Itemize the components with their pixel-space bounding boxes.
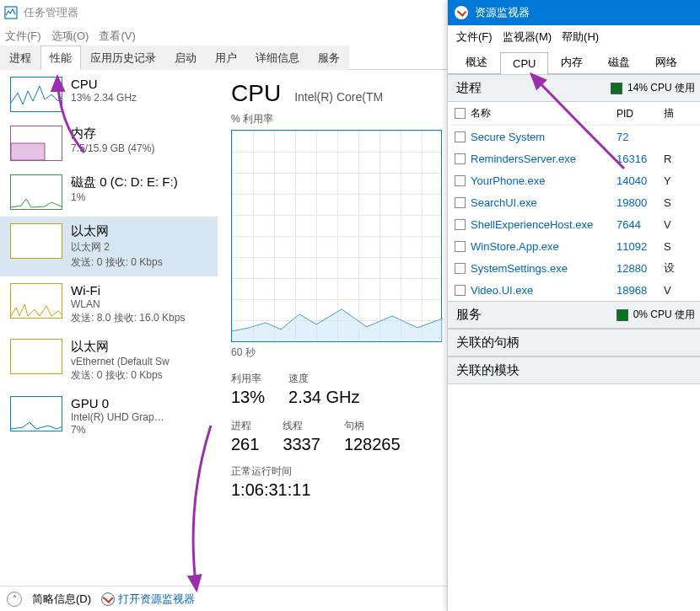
tm-sidebar-item-1[interactable]: 内存 7.5/15.9 GB (47%) [0, 119, 218, 168]
stat-speed-label: 速度 [288, 372, 359, 386]
select-all-checkbox[interactable] [455, 108, 466, 119]
rm-modules-header[interactable]: 关联的模块 [448, 357, 700, 384]
process-desc: 设 [664, 260, 675, 276]
process-row[interactable]: ShellExperienceHost.exe 7644 V [448, 213, 700, 235]
annotation-arrow [523, 67, 649, 177]
stat-threads-label: 线程 [283, 419, 320, 433]
rm-menu-help[interactable]: 帮助(H) [562, 29, 599, 45]
rm-handles-header[interactable]: 关联的句柄 [448, 330, 700, 356]
tm-tabs: 进程性能应用历史记录启动用户详细信息服务 [0, 46, 447, 70]
rm-menu-monitor[interactable]: 监视器(M) [503, 29, 552, 45]
stat-uptime-value: 1:06:31:11 [231, 480, 442, 500]
process-name: SystemSettings.exe [471, 262, 568, 275]
rm-menu-file[interactable]: 文件(F) [456, 29, 493, 45]
process-pid: 19800 [617, 196, 664, 209]
tm-tab-6[interactable]: 服务 [309, 46, 349, 70]
services-cpu-text: 0% CPU 使用 [633, 308, 695, 322]
process-row[interactable]: WinStore.App.exe 11092 S [448, 235, 700, 257]
process-desc: S [664, 240, 671, 253]
process-pid: 18968 [617, 284, 664, 297]
stat-uptime-label: 正常运行时间 [231, 464, 442, 479]
process-row[interactable]: SystemSettings.exe 12880 设 [448, 257, 700, 279]
rm-modules-title: 关联的模块 [456, 362, 520, 378]
resource-monitor-icon [101, 592, 115, 606]
tm-item-sub: vEthernet (Default Sw [71, 356, 170, 367]
rm-titlebar[interactable]: 资源监视器 [448, 0, 700, 25]
thumb-icon [10, 396, 62, 431]
process-desc: Y [664, 174, 671, 187]
rm-services-header[interactable]: 服务 0% CPU 使用 [448, 302, 700, 329]
tm-item-sub2: 7% [71, 424, 164, 436]
process-pid: 7644 [617, 218, 664, 231]
rm-menubar: 文件(F) 监视器(M) 帮助(H) [448, 25, 700, 49]
process-row[interactable]: Video.UI.exe 18968 V [448, 279, 700, 301]
tm-tab-3[interactable]: 启动 [165, 46, 206, 70]
svg-rect-1 [11, 143, 45, 160]
col-name[interactable]: 名称 [471, 106, 491, 121]
tm-titlebar[interactable]: 任务管理器 [0, 0, 447, 25]
tm-menubar: 文件(F) 选项(O) 查看(V) [0, 25, 447, 46]
row-checkbox[interactable] [455, 153, 466, 164]
tm-main-title: CPU [231, 80, 281, 107]
tm-menu-option[interactable]: 选项(O) [51, 29, 89, 44]
tm-menu-view[interactable]: 查看(V) [99, 29, 135, 44]
tm-item-sub: Intel(R) UHD Grap… [71, 411, 164, 423]
tm-tab-4[interactable]: 用户 [206, 46, 246, 70]
tm-item-info: 以太网 以太网 2 发送: 0 接收: 0 Kbps [71, 223, 163, 270]
row-checkbox[interactable] [455, 175, 466, 186]
thumb-icon [10, 283, 62, 319]
tm-tab-5[interactable]: 详细信息 [246, 46, 309, 70]
brief-info-button[interactable]: 简略信息(D) [32, 592, 91, 607]
row-checkbox[interactable] [455, 241, 466, 252]
tm-item-sub: 1% [71, 191, 178, 203]
tm-item-title: 以太网 [71, 339, 170, 355]
rm-tab-4[interactable]: 网络 [643, 50, 690, 74]
tm-cpu-chart [231, 130, 442, 342]
row-checkbox[interactable] [455, 131, 466, 142]
tm-item-sub2: 发送: 8.0 接收: 16.0 Kbps [71, 311, 185, 325]
tm-sidebar-item-2[interactable]: 磁盘 0 (C: D: E: F:) 1% [0, 168, 218, 217]
row-checkbox[interactable] [455, 219, 466, 230]
col-desc[interactable]: 描 [664, 106, 674, 121]
tm-tab-0[interactable]: 进程 [0, 46, 40, 70]
tm-item-sub: WLAN [71, 298, 185, 310]
row-checkbox[interactable] [455, 285, 466, 296]
tm-util-label: % 利用率 [231, 112, 442, 126]
rm-app-icon [455, 6, 468, 19]
process-pid: 11092 [617, 240, 664, 253]
stat-proc-value: 261 [231, 435, 259, 454]
rm-tab-0[interactable]: 概述 [453, 50, 500, 74]
tm-tab-2[interactable]: 应用历史记录 [81, 46, 165, 70]
tm-item-sub2: 发送: 0 接收: 0 Kbps [71, 255, 163, 270]
row-checkbox[interactable] [455, 197, 466, 208]
process-desc: V [664, 284, 671, 297]
tm-footer: ˄ 简略信息(D) 打开资源监视器 [0, 586, 447, 611]
tm-item-info: GPU 0 Intel(R) UHD Grap… 7% [71, 396, 164, 436]
chevron-up-icon[interactable]: ˄ [7, 592, 22, 607]
annotation-arrow [164, 421, 223, 598]
tm-sidebar-item-5[interactable]: 以太网 vEthernet (Default Sw 发送: 0 接收: 0 Kb… [0, 332, 218, 389]
rm-title-text: 资源监视器 [475, 5, 530, 20]
tm-item-title: 磁盘 0 (C: D: E: F:) [71, 174, 178, 190]
annotation-arrow [51, 72, 93, 157]
stat-threads-value: 3337 [283, 435, 320, 454]
stat-proc-label: 进程 [231, 419, 259, 433]
row-checkbox[interactable] [455, 263, 466, 274]
thumb-icon [10, 174, 62, 210]
stat-handles-value: 128265 [344, 435, 401, 454]
tm-item-title: Wi-Fi [71, 283, 185, 297]
tm-main-panel: CPU Intel(R) Core(TM % 利用率 60 秒 利用率 13% … [218, 70, 447, 586]
tm-item-title: GPU 0 [71, 396, 164, 410]
thumb-icon [10, 339, 62, 374]
process-name: WinStore.App.exe [471, 240, 559, 253]
tm-main-subtitle: Intel(R) Core(TM [294, 90, 383, 104]
tm-item-info: 以太网 vEthernet (Default Sw 发送: 0 接收: 0 Kb… [71, 339, 170, 383]
stat-speed-value: 2.34 GHz [288, 388, 359, 407]
tm-sidebar-item-0[interactable]: CPU 13% 2.34 GHz [0, 70, 218, 119]
tm-sidebar-item-3[interactable]: 以太网 以太网 2 发送: 0 接收: 0 Kbps [0, 217, 218, 276]
tm-tab-1[interactable]: 性能 [40, 46, 81, 70]
process-row[interactable]: SearchUI.exe 19800 S [448, 191, 700, 213]
tm-sidebar-item-4[interactable]: Wi-Fi WLAN 发送: 8.0 接收: 16.0 Kbps [0, 276, 218, 332]
process-desc: S [664, 196, 671, 209]
tm-menu-file[interactable]: 文件(F) [5, 29, 41, 44]
